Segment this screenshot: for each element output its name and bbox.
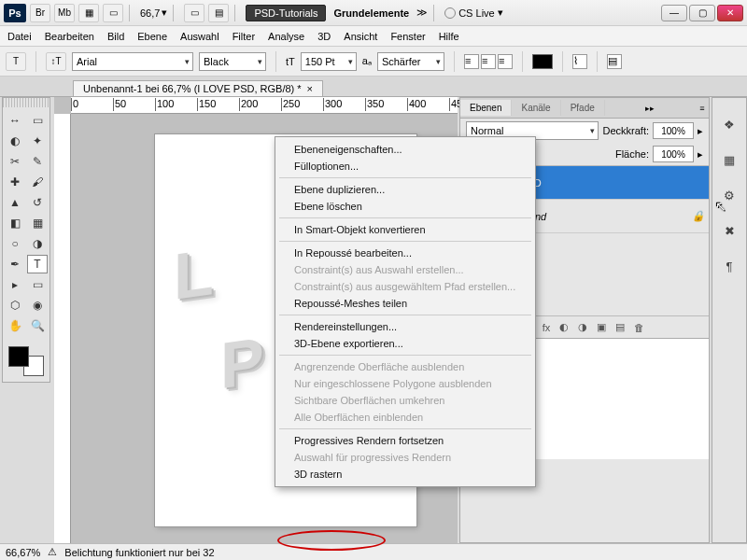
ctx-item[interactable]: Repoussé-Meshes teilen	[277, 295, 533, 312]
swatches-icon[interactable]: ❖	[719, 115, 740, 133]
menu-ansicht[interactable]: Ansicht	[344, 31, 377, 42]
doc-tab[interactable]: Unbenannt-1 bei 66,7% (I LOVE PSD, RGB/8…	[73, 80, 323, 96]
status-bar: 66,67% ⚠ Belichtung funktioniert nur bei…	[0, 543, 747, 560]
group-icon[interactable]: ▣	[597, 321, 606, 333]
minibridge-icon[interactable]: Mb	[54, 4, 75, 22]
panel-menu-icon[interactable]: ≡	[696, 104, 709, 113]
dodge-tool[interactable]: ◑	[27, 234, 48, 253]
ruler-vertical[interactable]	[54, 114, 71, 543]
ctx-item-3d-rastern[interactable]: 3D rastern	[277, 466, 533, 483]
ctx-item[interactable]: 3D-Ebene exportieren...	[277, 335, 533, 352]
menu-filter[interactable]: Filter	[233, 31, 255, 42]
workspace-name[interactable]: Grundelemente	[330, 7, 413, 19]
new-layer-icon[interactable]: ▤	[615, 321, 625, 333]
heal-tool[interactable]: ✚	[5, 173, 25, 191]
history-brush-tool[interactable]: ↺	[27, 193, 48, 212]
ctx-item[interactable]: Progressives Rendern fortsetzen	[277, 432, 533, 449]
wand-tool[interactable]: ✦	[27, 132, 48, 150]
menu-fenster[interactable]: Fenster	[390, 31, 425, 42]
font-size-combo[interactable]: 150 Pt	[301, 52, 357, 71]
move-tool[interactable]: ↔	[5, 111, 25, 130]
lasso-tool[interactable]: ◐	[5, 132, 25, 150]
3d-camera-tool[interactable]: ◉	[27, 296, 48, 315]
gradient-tool[interactable]: ▦	[27, 214, 48, 232]
zoom-tool[interactable]: 🔍	[27, 316, 48, 335]
warp-text-button[interactable]: ⌇	[572, 54, 587, 69]
menu-auswahl[interactable]: Auswahl	[180, 31, 219, 42]
fx-icon[interactable]: fx	[543, 322, 551, 333]
stamp-tool[interactable]: ▲	[5, 193, 25, 212]
tools-grip[interactable]	[3, 98, 49, 107]
maximize-button[interactable]: ▢	[689, 5, 715, 21]
ctx-item[interactable]: Ebeneneigenschaften...	[277, 141, 533, 158]
blur-tool[interactable]: ○	[5, 234, 25, 253]
opacity-flyout-icon[interactable]: ▸	[698, 125, 703, 137]
font-style-combo[interactable]: Black	[199, 52, 266, 71]
tab-kanaele[interactable]: Kanäle	[512, 100, 560, 116]
ps-icon[interactable]: Ps	[4, 4, 26, 22]
crop-tool[interactable]: ✂	[5, 152, 25, 171]
tab-pfade[interactable]: Pfade	[561, 100, 605, 116]
menu-ebene[interactable]: Ebene	[137, 31, 167, 42]
zoom-level[interactable]: 66,7▾	[140, 7, 167, 19]
3d-tool[interactable]: ⬡	[5, 296, 25, 315]
ctx-item[interactable]: In Smart-Objekt konvertieren	[277, 221, 533, 238]
ctx-item: Angrenzende Oberfläche ausblenden	[277, 358, 533, 375]
character-panel-button[interactable]: ▤	[607, 54, 622, 69]
extras-icon[interactable]: ▭	[184, 4, 204, 22]
align-center-button[interactable]: ≡	[481, 54, 496, 69]
close-button[interactable]: ✕	[717, 5, 743, 21]
arrange-icon[interactable]: ▦	[78, 4, 99, 22]
menu-3d[interactable]: 3D	[317, 31, 331, 42]
marquee-tool[interactable]: ▭	[27, 111, 48, 130]
menu-datei[interactable]: Datei	[7, 31, 32, 42]
opacity-input[interactable]: 100%	[653, 122, 694, 139]
eyedropper-tool[interactable]: ✎	[27, 152, 48, 171]
eraser-tool[interactable]: ◧	[5, 214, 25, 232]
psd-tutorials-chip[interactable]: PSD-Tutorials	[246, 5, 326, 21]
text-color-swatch[interactable]	[532, 54, 553, 69]
trash-icon[interactable]: 🗑	[634, 322, 644, 333]
ruler-horizontal[interactable]: 0 50 100 150 200 250 300 350 400 450	[71, 97, 458, 114]
menu-analyse[interactable]: Analyse	[268, 31, 304, 42]
shape-tool[interactable]: ▭	[27, 275, 48, 294]
brush-tool[interactable]: 🖌	[27, 173, 48, 191]
panel-collapse-icon[interactable]: ▸▸	[643, 104, 656, 113]
bridge-icon[interactable]: Br	[30, 4, 50, 22]
screen-mode-icon[interactable]: ▭	[103, 4, 123, 22]
styles-icon[interactable]: ⚙	[719, 186, 740, 204]
menu-bild[interactable]: Bild	[107, 31, 124, 42]
tools-icon[interactable]: ✖	[719, 221, 740, 240]
foreground-color[interactable]	[8, 346, 29, 367]
minimize-button[interactable]: —	[661, 5, 687, 21]
ctx-item[interactable]: In Repoussé bearbeiten...	[277, 245, 533, 261]
ctx-item[interactable]: Fülloptionen...	[277, 158, 533, 175]
mask-icon[interactable]: ◐	[559, 321, 569, 333]
font-family-combo[interactable]: Arial	[72, 52, 193, 71]
type-tool[interactable]: T	[27, 255, 48, 273]
adjustments-icon[interactable]: ▦	[719, 150, 740, 169]
path-sel-tool[interactable]: ▸	[5, 275, 25, 294]
workspace-more-icon[interactable]: ≫	[416, 7, 428, 19]
cs-live-icon[interactable]: CS Live▾	[444, 7, 503, 19]
menu-hilfe[interactable]: Hilfe	[439, 31, 459, 42]
hand-tool[interactable]: ✋	[5, 316, 25, 335]
doc-tab-close-icon[interactable]: ×	[307, 83, 313, 94]
fill-input[interactable]: 100%	[653, 146, 694, 162]
color-chips[interactable]	[5, 343, 48, 380]
paragraph-icon[interactable]: ¶	[719, 257, 740, 275]
adjustment-icon[interactable]: ◑	[578, 321, 587, 333]
align-right-button[interactable]: ≡	[498, 54, 513, 69]
antialias-combo[interactable]: Schärfer	[377, 52, 444, 71]
pen-tool[interactable]: ✒	[5, 255, 25, 273]
guides-icon[interactable]: ▤	[208, 4, 229, 22]
ctx-item[interactable]: Ebene duplizieren...	[277, 181, 533, 198]
text-orientation-icon[interactable]: ↕T	[46, 52, 66, 71]
ctx-item[interactable]: Rendereinstellungen...	[277, 318, 533, 335]
ctx-item[interactable]: Ebene löschen	[277, 198, 533, 215]
tab-ebenen[interactable]: Ebenen	[460, 100, 512, 116]
align-left-button[interactable]: ≡	[464, 54, 479, 69]
menu-bearbeiten[interactable]: Bearbeiten	[45, 31, 94, 42]
fill-flyout-icon[interactable]: ▸	[698, 148, 703, 161]
status-zoom[interactable]: 66,67%	[6, 547, 40, 558]
